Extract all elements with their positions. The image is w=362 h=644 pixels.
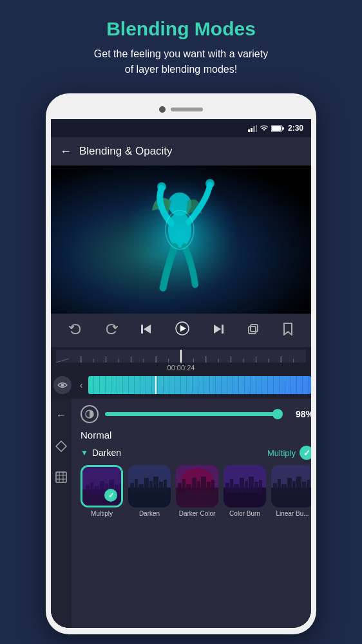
blend-thumbnails: ✓ Multiply <box>81 465 311 521</box>
svg-point-11 <box>157 182 166 191</box>
blend-mode-current: Normal <box>71 427 311 446</box>
svg-rect-61 <box>130 483 134 493</box>
track-scroll-left[interactable]: ‹ <box>74 376 88 394</box>
battery-icon <box>271 125 284 132</box>
active-mode-label: Multiply <box>267 448 296 458</box>
svg-rect-62 <box>135 479 138 493</box>
svg-rect-87 <box>249 477 254 493</box>
svg-rect-76 <box>197 481 200 493</box>
svg-rect-5 <box>272 126 281 131</box>
svg-rect-6 <box>282 127 284 129</box>
svg-rect-73 <box>182 479 186 493</box>
clip-pattern <box>88 376 311 394</box>
bottom-panel: ← <box>51 399 311 628</box>
undo-button[interactable] <box>65 319 86 342</box>
svg-point-10 <box>205 179 214 188</box>
eye-icon <box>57 381 68 389</box>
svg-rect-98 <box>302 482 306 493</box>
darker-color-label: Darker Color <box>179 510 216 517</box>
svg-rect-52 <box>90 482 93 495</box>
opacity-icon <box>81 405 99 423</box>
video-background <box>51 166 311 314</box>
blend-thumb-darker-color[interactable]: Darker Color <box>176 465 218 517</box>
blend-thumb-multiply[interactable]: ✓ Multiply <box>81 465 123 517</box>
multiply-thumbnail[interactable]: ✓ <box>81 465 123 507</box>
active-check-icon: ✓ <box>300 446 311 460</box>
svg-rect-2 <box>253 126 255 132</box>
svg-rect-53 <box>94 486 99 495</box>
phone-speaker <box>171 108 203 111</box>
redo-button[interactable] <box>101 319 122 342</box>
blend-thumb-linear-burn[interactable]: Linear Bu... <box>271 465 311 517</box>
multiply-label: Multiply <box>91 510 113 517</box>
svg-rect-77 <box>201 477 206 493</box>
svg-rect-13 <box>141 325 143 334</box>
bookmark-button[interactable] <box>279 319 297 343</box>
svg-rect-0 <box>248 129 250 132</box>
svg-rect-68 <box>164 480 167 493</box>
svg-rect-19 <box>249 327 256 334</box>
skip-end-button[interactable] <box>209 319 228 342</box>
blend-thumb-darken[interactable]: Darken <box>128 465 171 517</box>
svg-rect-65 <box>149 481 153 493</box>
svg-rect-89 <box>259 480 262 493</box>
svg-rect-86 <box>245 481 248 493</box>
page-title: Blending Modes <box>26 18 336 40</box>
svg-rect-99 <box>307 480 310 493</box>
back-tool-button[interactable]: ← <box>51 405 71 426</box>
back-button[interactable]: ← <box>60 145 71 158</box>
ruler-svg <box>56 350 306 363</box>
slider-thumb <box>272 409 283 419</box>
track-visibility-toggle[interactable] <box>53 376 71 394</box>
page-subtitle: Get the feeling you want with a varietyo… <box>26 46 336 77</box>
svg-marker-42 <box>56 441 66 451</box>
timeline-ruler <box>56 350 306 363</box>
svg-rect-85 <box>240 478 244 493</box>
blend-section-header: ▼ Darken Multiply ✓ <box>81 446 311 460</box>
svg-rect-84 <box>234 484 239 493</box>
color-burn-thumbnail[interactable] <box>224 465 266 507</box>
skip-start-button[interactable] <box>137 319 156 342</box>
nav-title: Blending & Opacity <box>79 145 173 158</box>
linear-burn-label: Linear Bu... <box>276 510 309 517</box>
svg-rect-43 <box>56 472 66 482</box>
section-title: ▼ Darken <box>81 448 121 458</box>
svg-rect-58 <box>119 483 122 495</box>
opacity-value: 98% <box>289 409 311 419</box>
playback-controls <box>51 314 311 347</box>
svg-rect-67 <box>159 482 163 493</box>
crop-icon <box>55 471 67 483</box>
svg-marker-14 <box>144 325 151 334</box>
opacity-circle-icon <box>84 409 95 419</box>
video-preview <box>51 166 311 314</box>
status-icons <box>248 125 284 132</box>
svg-rect-3 <box>256 125 257 132</box>
track-playhead <box>155 376 157 394</box>
svg-rect-96 <box>292 481 296 493</box>
svg-rect-94 <box>281 484 287 493</box>
crop-tool-button[interactable] <box>51 467 71 488</box>
signal-icon <box>248 125 257 132</box>
darken-thumbnail[interactable] <box>128 465 171 507</box>
page-header: Blending Modes Get the feeling you want … <box>0 0 362 90</box>
svg-rect-78 <box>207 482 211 493</box>
phone-inner: 2:30 ← Blending & Opacity <box>51 100 311 628</box>
svg-rect-1 <box>251 128 252 132</box>
svg-rect-54 <box>100 481 104 495</box>
play-button[interactable] <box>171 317 193 343</box>
panel-content: 98% Normal ▼ Darken Multiply <box>71 399 311 628</box>
svg-rect-66 <box>153 477 158 493</box>
linear-burn-thumbnail[interactable] <box>271 465 311 507</box>
blend-thumb-color-burn[interactable]: Color Burn <box>224 465 266 517</box>
svg-rect-74 <box>186 484 191 493</box>
duplicate-button[interactable] <box>243 319 263 342</box>
opacity-slider[interactable] <box>105 412 283 416</box>
blend-section: ▼ Darken Multiply ✓ <box>71 446 311 521</box>
svg-rect-95 <box>287 478 292 493</box>
side-tools: ← <box>51 399 71 628</box>
timeline-track-row: ‹ <box>51 373 311 397</box>
phone-frame: 2:30 ← Blending & Opacity <box>46 93 316 634</box>
darker-color-thumbnail[interactable] <box>176 465 218 507</box>
svg-rect-82 <box>225 483 229 493</box>
shape-tool-button[interactable] <box>51 436 71 457</box>
